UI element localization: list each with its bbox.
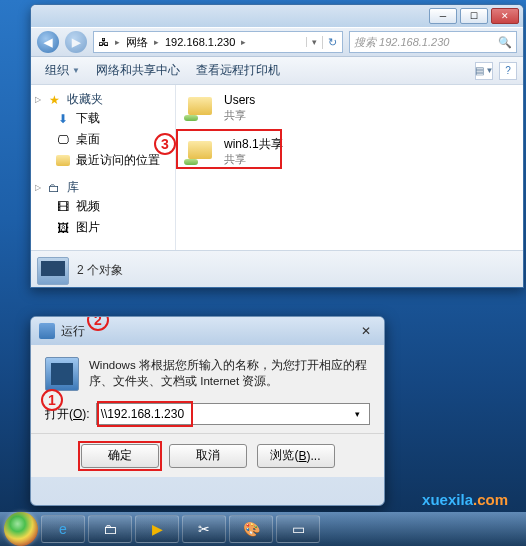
network-icon: 🖧 <box>94 36 113 48</box>
sidebar-item-videos[interactable]: 🎞 视频 <box>45 196 169 217</box>
chevron-right-icon: ▸ <box>152 37 161 47</box>
run-icon <box>39 323 55 339</box>
watermark: xuexila.com <box>422 491 508 508</box>
taskbar-ie[interactable]: e <box>41 515 85 543</box>
status-bar: 2 个对象 <box>31 250 523 288</box>
taskbar-explorer[interactable]: 🗀 <box>88 515 132 543</box>
status-text: 2 个对象 <box>77 262 123 279</box>
annotation-box-ok <box>78 441 162 471</box>
sidebar-item-desktop[interactable]: 🖵 桌面 <box>45 129 169 150</box>
run-logo-icon <box>45 357 79 391</box>
close-button[interactable]: ✕ <box>491 8 519 24</box>
sidebar-item-pictures[interactable]: 🖼 图片 <box>45 217 169 238</box>
library-icon: 🗀 <box>46 180 62 196</box>
help-button[interactable]: ? <box>499 62 517 80</box>
cancel-button[interactable]: 取消 <box>169 444 247 468</box>
view-options-button[interactable]: ▤▼ <box>475 62 493 80</box>
ok-button[interactable]: 确定 <box>81 444 159 468</box>
back-button[interactable]: ◀ <box>37 31 59 53</box>
taskbar: e 🗀 ▶ ✂ 🎨 ▭ <box>0 512 526 546</box>
run-button-row: 确定 取消 浏览(B)... 2 <box>31 433 384 477</box>
view-remote-printers-button[interactable]: 查看远程打印机 <box>188 60 288 81</box>
address-bar[interactable]: 🖧 ▸ 网络 ▸ 192.168.1.230 ▸ ▾ ↻ <box>93 31 343 53</box>
annotation-box-folder <box>176 129 282 169</box>
explorer-window: ─ ☐ ✕ ◀ ▶ 🖧 ▸ 网络 ▸ 192.168.1.230 ▸ ▾ ↻ 搜… <box>30 4 524 288</box>
minimize-button[interactable]: ─ <box>429 8 457 24</box>
computer-icon <box>37 257 69 285</box>
annotation-callout-1: 1 <box>41 389 63 411</box>
search-icon: 🔍 <box>498 36 512 49</box>
libraries-group[interactable]: 🗀 库 <box>45 179 169 196</box>
run-title-text: 运行 <box>61 323 85 340</box>
desktop-icon: 🖵 <box>55 132 71 148</box>
sidebar-item-recent[interactable]: 最近访问的位置 <box>45 150 169 171</box>
picture-icon: 🖼 <box>55 220 71 236</box>
taskbar-run[interactable]: ▭ <box>276 515 320 543</box>
video-icon: 🎞 <box>55 199 71 215</box>
taskbar-paint[interactable]: 🎨 <box>229 515 273 543</box>
open-input-dropdown[interactable]: ▾ <box>349 409 365 419</box>
organize-menu[interactable]: 组织▼ <box>37 60 88 81</box>
download-icon: ⬇ <box>55 111 71 127</box>
run-dialog: 运行 ✕ Windows 将根据您所输入的名称，为您打开相应的程序、文件夹、文档… <box>30 316 385 506</box>
network-center-button[interactable]: 网络和共享中心 <box>88 60 188 81</box>
maximize-button[interactable]: ☐ <box>460 8 488 24</box>
folder-users[interactable]: Users 共享 <box>182 91 517 125</box>
search-input[interactable]: 搜索 192.168.1.230 🔍 <box>349 31 517 53</box>
address-dropdown[interactable]: ▾ <box>306 37 322 47</box>
titlebar: ─ ☐ ✕ <box>31 5 523 27</box>
shared-folder-icon <box>184 93 218 123</box>
browse-button[interactable]: 浏览(B)... <box>257 444 335 468</box>
star-icon: ★ <box>46 92 62 108</box>
forward-button[interactable]: ▶ <box>65 31 87 53</box>
sidebar-item-downloads[interactable]: ⬇ 下载 <box>45 108 169 129</box>
annotation-box-input <box>97 401 193 427</box>
annotation-callout-3: 3 <box>154 133 176 155</box>
breadcrumb-network[interactable]: 网络 <box>122 35 152 50</box>
content-pane: Users 共享 win8.1共享 共享 3 <box>176 85 523 250</box>
chevron-right-icon: ▸ <box>113 37 122 47</box>
navigation-pane: ★ 收藏夹 ⬇ 下载 🖵 桌面 最近访问的位置 🗀 <box>31 85 176 250</box>
chevron-right-icon: ▸ <box>239 37 248 47</box>
recent-icon <box>55 153 71 169</box>
nav-bar: ◀ ▶ 🖧 ▸ 网络 ▸ 192.168.1.230 ▸ ▾ ↻ 搜索 192.… <box>31 27 523 57</box>
taskbar-snipping[interactable]: ✂ <box>182 515 226 543</box>
taskbar-media-player[interactable]: ▶ <box>135 515 179 543</box>
refresh-button[interactable]: ↻ <box>322 36 342 49</box>
favorites-group[interactable]: ★ 收藏夹 <box>45 91 169 108</box>
run-description: Windows 将根据您所输入的名称，为您打开相应的程序、文件夹、文档或 Int… <box>89 357 370 391</box>
breadcrumb-ip[interactable]: 192.168.1.230 <box>161 36 239 48</box>
search-placeholder: 搜索 192.168.1.230 <box>354 35 498 50</box>
command-bar: 组织▼ 网络和共享中心 查看远程打印机 ▤▼ ? <box>31 57 523 85</box>
start-button[interactable] <box>4 512 38 546</box>
run-close-button[interactable]: ✕ <box>356 322 376 340</box>
run-titlebar: 运行 ✕ <box>31 317 384 345</box>
